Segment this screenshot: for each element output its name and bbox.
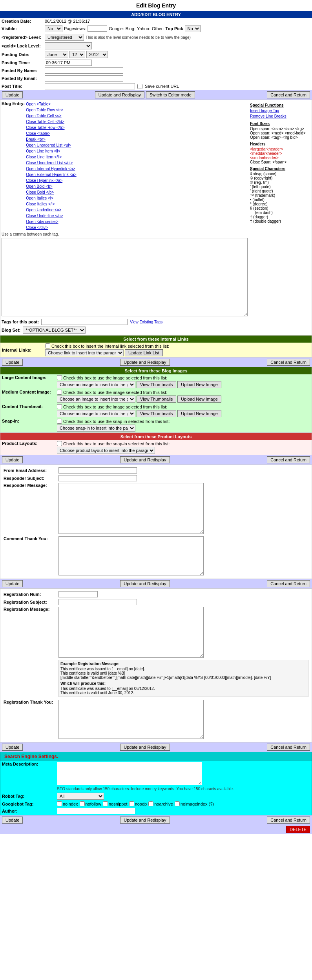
author-input[interactable] bbox=[57, 808, 135, 814]
update-redisplay-button-3[interactable]: Update and Redisplay bbox=[120, 456, 170, 463]
gold-lock-select[interactable] bbox=[45, 42, 92, 49]
update-redisplay-button-6[interactable]: Update and Redisplay bbox=[120, 817, 170, 824]
visible-select[interactable]: No Yes bbox=[45, 25, 62, 32]
posting-month-select[interactable]: June bbox=[45, 51, 68, 58]
large-image-checkbox[interactable] bbox=[57, 375, 62, 380]
responder-subject-input[interactable] bbox=[58, 475, 137, 481]
posting-time-input[interactable] bbox=[45, 60, 92, 66]
cancel-return-button-2[interactable]: Cancel and Return bbox=[267, 359, 310, 366]
cancel-return-button-5[interactable]: Cancel and Return bbox=[267, 744, 310, 751]
blog-set-select[interactable]: **OPTIONAL BLOG SET** bbox=[23, 327, 86, 334]
update-redisplay-button-5[interactable]: Update and Redisplay bbox=[120, 744, 170, 751]
registered-level-select[interactable]: Unregistered bbox=[45, 34, 84, 41]
responder-message-textarea[interactable] bbox=[58, 483, 204, 534]
blog-entry-link[interactable]: Close <table> bbox=[26, 131, 76, 136]
registration-message-textarea[interactable] bbox=[58, 607, 204, 658]
googlebot-noindex[interactable]: noindex bbox=[57, 801, 78, 806]
googlebot-nofollow[interactable]: nofollow bbox=[80, 801, 101, 806]
cancel-return-button-3[interactable]: Cancel and Return bbox=[267, 456, 310, 463]
posted-by-name-input[interactable] bbox=[45, 67, 123, 74]
update-link-list-button[interactable]: Update Link List bbox=[125, 349, 163, 356]
update-button-1[interactable]: Update bbox=[2, 91, 23, 98]
from-email-input[interactable] bbox=[58, 467, 137, 474]
blog-entry-link[interactable]: Open Table Row <tr> bbox=[26, 107, 76, 113]
thumbnail-upload-image-button[interactable]: Upload New Image bbox=[177, 410, 221, 417]
blog-entry-link[interactable]: Close Underline </u> bbox=[26, 213, 76, 219]
googlebot-noimageindex[interactable]: noimageindex (?) bbox=[175, 801, 214, 806]
blog-entry-link[interactable]: Break <br> bbox=[26, 136, 76, 142]
blog-entry-link[interactable]: Open Unordered List <ul> bbox=[26, 142, 76, 148]
medium-upload-image-button[interactable]: Upload New Image bbox=[177, 396, 221, 403]
blog-entry-link[interactable]: Open Table Cell <s> bbox=[26, 113, 76, 119]
update-button-5[interactable]: Update bbox=[2, 744, 23, 751]
update-button-4[interactable]: Update bbox=[2, 580, 23, 587]
update-button-2[interactable]: Update bbox=[2, 359, 23, 366]
thumbnail-checkbox[interactable] bbox=[57, 404, 62, 409]
blog-entry-link[interactable]: Close </div> bbox=[26, 225, 76, 230]
medium-image-checkbox[interactable] bbox=[57, 390, 62, 395]
registration-thank-you-textarea[interactable] bbox=[58, 700, 204, 739]
large-image-select[interactable]: Choose an image to insert into the parag… bbox=[57, 381, 135, 388]
blog-entry-link[interactable]: Close Line Item </li> bbox=[26, 154, 76, 160]
googlebot-noodp[interactable]: noodp bbox=[129, 801, 147, 806]
comment-thank-you-textarea[interactable] bbox=[58, 536, 204, 575]
char-nbsp: &nbsp; (space) bbox=[250, 172, 310, 176]
product-layouts-select[interactable]: Choose product layout to insert into the… bbox=[57, 447, 155, 454]
blog-entry-link[interactable]: Open Underline <u> bbox=[26, 207, 76, 213]
save-current-url-checkbox[interactable] bbox=[137, 84, 142, 89]
internal-links-select[interactable]: Choose link to insert into the paragraph bbox=[45, 349, 124, 356]
switch-to-editor-button[interactable]: Switch to Editor mode bbox=[146, 91, 195, 98]
blog-entry-link[interactable]: Open Bold <b> bbox=[26, 183, 76, 189]
blog-entry-link[interactable]: Close Table Cell </td> bbox=[26, 119, 76, 125]
thumbnail-check-label: Check this box to use the image selected… bbox=[63, 405, 167, 409]
insert-image-tag-link[interactable]: Insert Image Tag bbox=[250, 108, 310, 114]
blog-entry-link[interactable]: Close Bold </b> bbox=[26, 189, 76, 195]
snapin-checkbox[interactable] bbox=[57, 419, 62, 424]
remove-line-breaks-link[interactable]: Remove Line Breaks bbox=[250, 114, 310, 119]
blog-entry-link[interactable]: Open External Hyperlink <a> bbox=[26, 172, 76, 178]
top-pick-select[interactable]: No Yes bbox=[185, 25, 201, 32]
blog-entry-link[interactable]: Open <div center> bbox=[26, 219, 76, 225]
pageviews-input[interactable] bbox=[88, 25, 107, 32]
update-redisplay-button-2[interactable]: Update and Redisplay bbox=[120, 359, 170, 366]
cancel-return-button-6[interactable]: Cancel and Return bbox=[267, 817, 310, 824]
googlebot-nosnippet[interactable]: nosnippet bbox=[103, 801, 128, 806]
update-button-6[interactable]: Update bbox=[2, 817, 23, 824]
medium-image-select[interactable]: Choose an image to insert into the parag… bbox=[57, 396, 135, 403]
registration-subject-input[interactable] bbox=[58, 599, 137, 605]
update-redisplay-button-1[interactable]: Update and Redisplay bbox=[95, 91, 144, 98]
blog-entry-link[interactable]: Close Hyperlink </a> bbox=[26, 178, 76, 183]
blog-entry-link[interactable]: Close Unordered List </ul> bbox=[26, 160, 76, 166]
cancel-return-button-1[interactable]: Cancel and Return bbox=[267, 91, 310, 98]
posting-year-select[interactable]: 2012 bbox=[86, 51, 108, 58]
update-button-3[interactable]: Update bbox=[2, 456, 23, 463]
internal-links-checkbox[interactable] bbox=[45, 343, 50, 348]
blog-entry-textarea[interactable] bbox=[2, 238, 248, 316]
view-existing-tags-link[interactable]: View Existing Tags bbox=[130, 320, 162, 324]
blog-entry-link[interactable]: Open Italics <i> bbox=[26, 195, 76, 201]
large-view-thumbnails-button[interactable]: View Thumbnails bbox=[137, 381, 176, 388]
cancel-return-button-4[interactable]: Cancel and Return bbox=[267, 580, 310, 587]
posted-by-email-input[interactable] bbox=[45, 75, 123, 82]
snapin-select[interactable]: Choose snap-in to insert into the paragr… bbox=[57, 425, 135, 432]
blog-entry-link[interactable]: Close Italics </i> bbox=[26, 201, 76, 207]
tags-input[interactable] bbox=[41, 319, 128, 325]
thumbnail-view-thumbnails-button[interactable]: View Thumbnails bbox=[137, 410, 176, 417]
blog-entry-link[interactable]: Open Internal Hyperlink <a> bbox=[26, 166, 76, 172]
internal-links-header: Select from these Internal Links bbox=[0, 336, 312, 343]
robot-tag-select[interactable]: All bbox=[57, 793, 104, 800]
delete-button[interactable]: DELETE bbox=[286, 826, 310, 833]
googlebot-noarchive[interactable]: noarchive bbox=[148, 801, 173, 806]
meta-description-textarea[interactable] bbox=[57, 762, 202, 785]
post-title-input[interactable] bbox=[45, 83, 135, 89]
medium-view-thumbnails-button[interactable]: View Thumbnails bbox=[137, 396, 176, 403]
update-redisplay-button-4[interactable]: Update and Redisplay bbox=[120, 580, 170, 587]
posting-day-select[interactable]: 12 bbox=[69, 51, 85, 58]
large-upload-image-button[interactable]: Upload New Image bbox=[177, 381, 221, 388]
registration-num-input[interactable] bbox=[58, 591, 98, 597]
blog-entry-link[interactable]: Open Line Item <li> bbox=[26, 148, 76, 154]
blog-entry-link[interactable]: Close Table Row </tr> bbox=[26, 125, 76, 131]
product-layouts-checkbox[interactable] bbox=[57, 441, 62, 446]
blog-entry-link[interactable]: Open <Table> bbox=[26, 101, 76, 107]
thumbnail-select[interactable]: Choose an image to insert into the parag… bbox=[57, 410, 135, 417]
